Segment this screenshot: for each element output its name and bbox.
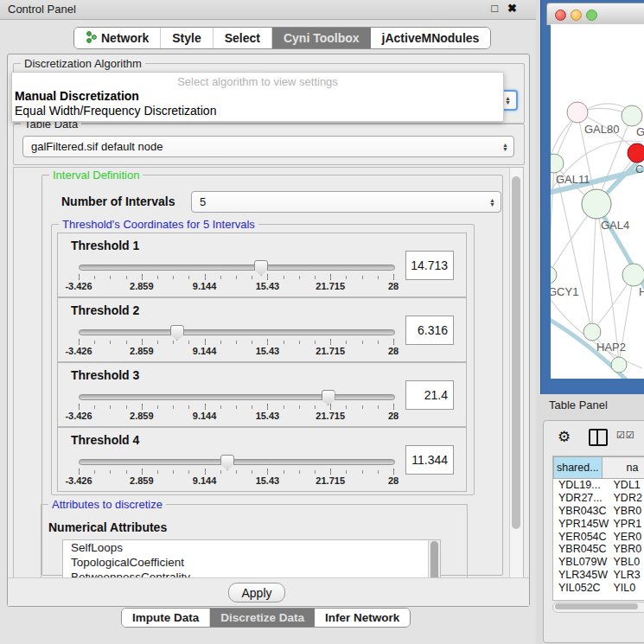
table-row[interactable]: YER054CYER0: [553, 530, 644, 543]
tab-cyni-toolbox[interactable]: Cyni Toolbox: [272, 28, 371, 48]
thresholds-groupbox: Threshold's Coordinates for 5 Intervals …: [51, 224, 475, 495]
threshold-label: Threshold 1: [71, 239, 139, 252]
threshold-2-value-field[interactable]: 6.316: [405, 316, 454, 345]
dropdown-option-manual[interactable]: Manual Discretization: [15, 89, 139, 103]
node-h[interactable]: [622, 264, 644, 286]
tab-discretize-data[interactable]: Discretize Data: [210, 609, 315, 627]
algorithm-dropdown-popup: Select algorithm to view settings Manual…: [11, 72, 504, 122]
node-table[interactable]: shared... na YDL19...YDL1 YDR27...YDR2 Y…: [552, 456, 644, 601]
slider-track[interactable]: [79, 459, 395, 465]
control-panel-titlebar: Control Panel □ ✖: [0, 0, 536, 20]
interval-definition-groupbox: Interval Definition Number of Intervals …: [41, 175, 503, 576]
checkboxes-icon[interactable]: ☑☑: [616, 430, 635, 441]
tab-label: Select: [225, 31, 260, 45]
table-row[interactable]: YBL079WYBL0: [553, 556, 644, 569]
split-columns-icon[interactable]: [589, 429, 608, 446]
table-panel: ⚙ ☑☑ shared... na YDL19...YDL1 YDR27...Y…: [543, 420, 644, 643]
threshold-1-value-field[interactable]: 14.713: [405, 251, 454, 280]
combo-stepper-icon: ▲▼: [489, 198, 495, 207]
threshold-1-panel: Threshold 1 -3.426 2.859 9.144 15.43: [57, 233, 467, 297]
interval-definition-title: Interval Definition: [49, 169, 143, 182]
close-traffic-light-icon[interactable]: [555, 10, 566, 21]
node-label-gal11: GAL11: [556, 173, 590, 186]
threshold-label: Threshold 2: [71, 303, 139, 317]
vertical-scrollbar[interactable]: [509, 168, 523, 579]
num-intervals-combobox[interactable]: 5 ▲▼: [191, 191, 501, 213]
apply-button[interactable]: Apply: [228, 583, 285, 603]
num-intervals-label: Number of Intervals: [61, 194, 175, 208]
tab-impute-data[interactable]: Impute Data: [122, 609, 210, 627]
table-row[interactable]: YLR345WYLR3: [553, 569, 644, 582]
slider-ticks: [79, 469, 394, 475]
slider-ticks: [79, 339, 394, 345]
slider-ticks: [79, 404, 394, 410]
tab-jactivemnodules[interactable]: jActiveMNodules: [371, 28, 491, 48]
tab-select[interactable]: Select: [214, 28, 272, 48]
num-intervals-value: 5: [200, 195, 206, 208]
tab-label: Cyni Toolbox: [284, 31, 360, 45]
node-top-right[interactable]: [622, 105, 642, 126]
table-row[interactable]: YBR045CYBR0: [553, 543, 644, 556]
network-window-titlebar: [546, 3, 644, 25]
table-row[interactable]: YPR145WYPR1: [553, 517, 644, 530]
network-view-window[interactable]: GAL80 G C GAL11 GAL4 GCY1 H HAP2: [540, 0, 644, 394]
node-gal11[interactable]: [551, 154, 564, 173]
table-data-groupbox: Table Data galFiltered.sif default node …: [13, 124, 525, 165]
float-window-icon[interactable]: □: [491, 2, 498, 15]
network-canvas[interactable]: GAL80 G C GAL11 GAL4 GCY1 H HAP2: [551, 24, 644, 379]
node-bottom[interactable]: [611, 357, 627, 373]
threshold-1-slider[interactable]: -3.426 2.859 9.144 15.43 21.715 28: [79, 261, 393, 292]
zoom-traffic-light-icon[interactable]: [586, 10, 597, 21]
node-gal4[interactable]: [582, 189, 611, 219]
scrollbar-thumb[interactable]: [555, 603, 638, 609]
list-item[interactable]: TopologicalCoefficient: [63, 555, 440, 570]
threshold-4-value-field[interactable]: 11.344: [405, 445, 454, 475]
table-row[interactable]: YIL052CYIL0: [553, 581, 644, 594]
node-label-gal80: GAL80: [584, 123, 619, 136]
close-icon[interactable]: ✖: [507, 2, 517, 15]
table-row[interactable]: YBR043CYBR0: [553, 505, 644, 518]
node-label-hap2: HAP2: [596, 341, 626, 354]
node-hap2[interactable]: [583, 323, 601, 341]
list-item[interactable]: SelfLoops: [63, 540, 440, 555]
attributes-title: Attributes to discretize: [48, 498, 166, 511]
slider-track[interactable]: [79, 329, 395, 335]
node-label-gal4: GAL4: [601, 219, 629, 232]
right-region: GAL80 G C GAL11 GAL4 GCY1 H HAP2 Table P…: [536, 0, 644, 644]
threshold-3-value-field[interactable]: 21.4: [405, 380, 454, 410]
gear-icon[interactable]: ⚙: [558, 428, 571, 446]
table-data-value: galFiltered.sif default node: [31, 140, 163, 153]
node-red-selected[interactable]: [628, 143, 644, 163]
threshold-4-panel: Threshold 4 -3.426 2.859 9.144 15.43: [57, 427, 467, 492]
threshold-2-slider[interactable]: -3.426 2.859 9.144 15.43 21.715 28: [79, 326, 393, 357]
node-label-partial-g: G: [636, 125, 644, 138]
slider-tick-labels: -3.426 2.859 9.144 15.43 21.715 28: [79, 475, 393, 486]
slider-track[interactable]: [79, 394, 395, 400]
control-panel: Control Panel □ ✖ Network Style Select: [0, 0, 537, 644]
horizontal-scrollbar[interactable]: [552, 602, 644, 613]
scrollbar-thumb[interactable]: [512, 176, 520, 529]
column-header-shared-name[interactable]: shared...: [553, 456, 603, 479]
table-row[interactable]: YDR27...YDR2: [553, 492, 644, 505]
table-data-combobox[interactable]: galFiltered.sif default node ▲▼: [22, 136, 514, 157]
table-row[interactable]: YDL19...YDL1: [553, 479, 644, 492]
tab-style[interactable]: Style: [161, 28, 213, 48]
dropdown-option-equal-width[interactable]: Equal Width/Frequency Discretization: [15, 104, 216, 118]
tab-label: Discretize Data: [220, 611, 304, 624]
threshold-4-slider[interactable]: -3.426 2.859 9.144 15.43 21.715 28: [79, 456, 393, 487]
panel-title: Control Panel: [8, 3, 76, 16]
node-gal80[interactable]: [567, 102, 588, 123]
tab-infer-network[interactable]: Infer Network: [315, 609, 410, 627]
node-label-gcy1: GCY1: [551, 285, 578, 298]
combo-stepper-icon: ▲▼: [505, 96, 511, 105]
top-tabbar: Network Style Select Cyni Toolbox jActiv…: [73, 27, 491, 49]
column-header-name[interactable]: na: [603, 456, 644, 479]
tab-network[interactable]: Network: [74, 28, 161, 48]
cyni-content-panel: Discretization Algorithm ▲▼ Select algor…: [7, 54, 530, 607]
threshold-label: Threshold 3: [71, 368, 139, 382]
minimize-traffic-light-icon[interactable]: [571, 10, 582, 21]
dropdown-hint: Select algorithm to view settings: [12, 75, 503, 88]
slider-track[interactable]: [79, 265, 395, 271]
threshold-3-slider[interactable]: -3.426 2.859 9.144 15.43 21.715 28: [79, 391, 393, 422]
node-gcy1[interactable]: [551, 266, 557, 284]
